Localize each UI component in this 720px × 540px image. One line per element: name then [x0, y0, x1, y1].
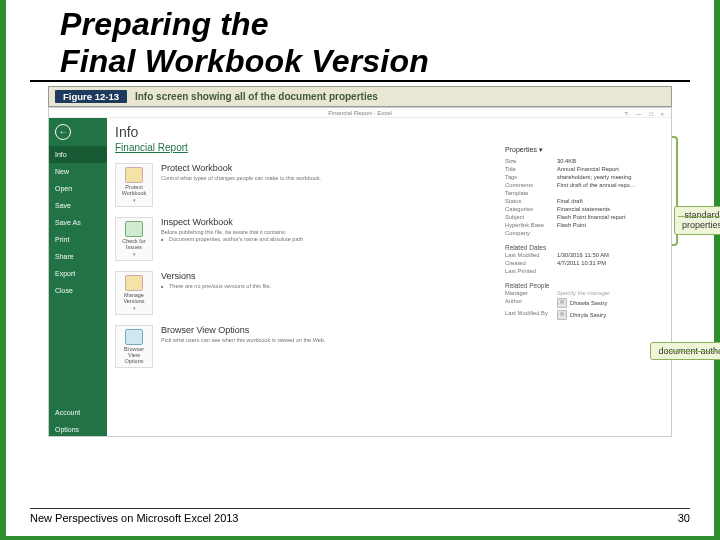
nav-item-print[interactable]: Print [49, 231, 107, 248]
properties-heading[interactable]: Properties ▾ [505, 146, 665, 154]
slide-title: Preparing the Final Workbook Version [60, 6, 670, 80]
callout-standard-properties: standard properties [674, 206, 720, 236]
backstage-nav: ← Info New Open Save Save As Print Share… [49, 118, 107, 437]
prop-lastmodby: Last Modified ByDhiryla Sastry [505, 309, 665, 321]
info-panel: Info Financial Report Protect Workbook ▾… [107, 118, 671, 437]
nav-item-share[interactable]: Share [49, 248, 107, 265]
check-issues-button[interactable]: Check for Issues ▾ [115, 217, 153, 261]
prop-hyperlink: Hyperlink BaseFlash Point [505, 221, 665, 229]
info-heading: Info [115, 124, 663, 140]
nav-item-export[interactable]: Export [49, 265, 107, 282]
slide-frame: Preparing the Final Workbook Version Fig… [0, 0, 720, 540]
screenshot: Financial Report - Excel ? — □ × ← Info … [48, 107, 672, 437]
footer-left: New Perspectives on Microsoft Excel 2013 [30, 512, 238, 524]
prop-created: Created4/7/2011 10:31 PM [505, 259, 665, 267]
backstage-view: ← Info New Open Save Save As Print Share… [49, 118, 671, 437]
related-people-label: Related People [505, 282, 665, 289]
avatar-icon [557, 310, 567, 320]
prop-lastprinted: Last Printed [505, 267, 665, 275]
window-titlebar: Financial Report - Excel ? — □ × [49, 108, 671, 118]
browser-heading: Browser View Options [161, 325, 663, 335]
prop-status: StatusFinal draft [505, 197, 665, 205]
prop-comments: CommentsFirst draft of the annual repo… [505, 181, 665, 189]
nav-item-info[interactable]: Info [49, 146, 107, 163]
avatar-icon [557, 298, 567, 308]
browser-section: Browser View Options Browser View Option… [115, 325, 663, 368]
browser-view-button[interactable]: Browser View Options [115, 325, 153, 368]
nav-item-save[interactable]: Save [49, 197, 107, 214]
figure-caption-bar: Figure 12-13 Info screen showing all of … [48, 86, 672, 107]
prop-manager: ManagerSpecify the manager [505, 289, 665, 297]
nav-item-saveas[interactable]: Save As [49, 214, 107, 231]
lock-icon [125, 167, 143, 183]
protect-workbook-button[interactable]: Protect Workbook ▾ [115, 163, 153, 207]
prop-size: Size30.4KB [505, 157, 665, 165]
figure-caption-text: Info screen showing all of the document … [135, 91, 378, 102]
title-line-2: Final Workbook Version [60, 43, 429, 79]
prop-subject: SubjectFlash Point financial report [505, 213, 665, 221]
window-title: Financial Report - Excel [328, 110, 392, 116]
prop-title: TitleAnnual Financial Report [505, 165, 665, 173]
prop-lastmod: Last Modified1/30/2016 11:50 AM [505, 251, 665, 259]
figure-container: Figure 12-13 Info screen showing all of … [48, 86, 672, 437]
nav-item-close[interactable]: Close [49, 282, 107, 299]
browser-desc: Pick what users can see when this workbo… [161, 337, 663, 344]
chevron-down-icon: ▾ [133, 197, 136, 203]
slide-footer: New Perspectives on Microsoft Excel 2013… [30, 508, 690, 524]
nav-item-account[interactable]: Account [49, 404, 107, 421]
nav-item-new[interactable]: New [49, 163, 107, 180]
nav-item-open[interactable]: Open [49, 180, 107, 197]
prop-author: AuthorDhawla Sastry [505, 297, 665, 309]
versions-icon [125, 275, 143, 291]
prop-company: Company [505, 229, 665, 237]
prop-tags: Tagsshareholders; yearly meeting [505, 173, 665, 181]
footer-page-number: 30 [678, 512, 690, 524]
chevron-down-icon: ▾ [133, 251, 136, 257]
prop-categories: CategoriesFinancial statements [505, 205, 665, 213]
arrow-standard [678, 216, 720, 217]
browser-icon [125, 329, 143, 345]
title-area: Preparing the Final Workbook Version [30, 0, 690, 82]
prop-template: Template [505, 189, 665, 197]
back-icon[interactable]: ← [55, 124, 71, 140]
related-dates-label: Related Dates [505, 244, 665, 251]
properties-panel: Properties ▾ Size30.4KB TitleAnnual Fina… [505, 146, 665, 321]
chevron-down-icon: ▾ [133, 305, 136, 311]
nav-item-options[interactable]: Options [49, 421, 107, 437]
arrow-author [666, 351, 720, 352]
title-line-1: Preparing the [60, 6, 269, 42]
figure-number: Figure 12-13 [55, 90, 127, 103]
check-icon [125, 221, 143, 237]
manage-versions-button[interactable]: Manage Versions ▾ [115, 271, 153, 315]
